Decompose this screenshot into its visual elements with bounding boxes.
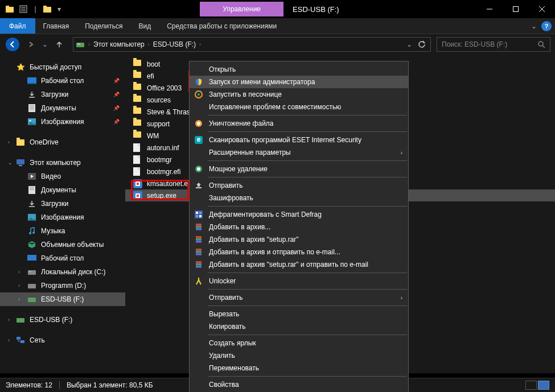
- svg-text:e: e: [197, 136, 201, 143]
- nav-pictures[interactable]: Изображения📌: [0, 115, 125, 129]
- expand-icon[interactable]: ›: [18, 269, 20, 275]
- nav-pictures-pc[interactable]: Изображения: [0, 211, 125, 224]
- app-icon[interactable]: [5, 4, 15, 14]
- nav-drive-d[interactable]: ›Programm (D:): [0, 279, 125, 292]
- expand-icon[interactable]: ›: [8, 317, 10, 323]
- expand-icon[interactable]: ›: [18, 296, 20, 302]
- svg-point-34: [32, 232, 35, 234]
- menu-item[interactable]: Открыть: [190, 63, 408, 76]
- folder-icon: [133, 72, 142, 81]
- menu-item[interactable]: Добавить в архив и отправить по e-mail..…: [190, 246, 408, 258]
- ribbon-tab-view[interactable]: Вид: [130, 18, 159, 34]
- nav-onedrive[interactable]: ›OneDrive: [0, 135, 125, 149]
- file-tab[interactable]: Файл: [0, 18, 35, 34]
- nav-this-pc[interactable]: ⌄Этот компьютер: [0, 156, 125, 170]
- crumb-separator-icon[interactable]: ›: [198, 42, 202, 47]
- documents-icon: [27, 104, 36, 113]
- menu-item[interactable]: Отправить: [190, 179, 408, 192]
- svg-rect-37: [29, 271, 31, 272]
- maximize-button[interactable]: [503, 0, 529, 18]
- svg-rect-1: [6, 6, 9, 7]
- recent-dropdown-icon[interactable]: ⌄: [41, 36, 49, 52]
- nav-esd-usb-root[interactable]: ›ESD-USB (F:): [0, 313, 125, 327]
- desktop-icon: [27, 76, 36, 85]
- nav-music[interactable]: Музыка: [0, 224, 125, 238]
- breadcrumb-drive[interactable]: ESD-USB (F:): [151, 40, 198, 48]
- ribbon-expand-icon[interactable]: ⌄: [531, 22, 537, 30]
- menu-item[interactable]: Дефрагментировать с Smart Defrag: [190, 208, 408, 221]
- close-button[interactable]: [529, 0, 555, 18]
- menu-item[interactable]: Вырезать: [190, 308, 408, 320]
- menu-item[interactable]: Исправление проблем с совместимостью: [190, 101, 408, 113]
- menu-item[interactable]: Свойства: [190, 378, 408, 391]
- svg-rect-81: [196, 266, 202, 267]
- menu-item-label: Отправить: [209, 294, 243, 302]
- nav-label: Видео: [41, 172, 61, 180]
- menu-item[interactable]: Удалить: [190, 349, 408, 362]
- menu-item[interactable]: Создать ярлык: [190, 337, 408, 349]
- nav-desktop-pc[interactable]: Рабочий стол: [0, 251, 125, 265]
- nav-documents-pc[interactable]: Документы: [0, 183, 125, 197]
- properties-icon[interactable]: [18, 4, 28, 14]
- help-icon[interactable]: ?: [541, 21, 552, 31]
- refresh-icon[interactable]: [416, 36, 428, 52]
- nav-label: Документы: [41, 186, 76, 194]
- menu-item[interactable]: Добавить в архив "setup.rar": [190, 233, 408, 246]
- nav-downloads-pc[interactable]: Загрузки: [0, 197, 125, 211]
- menu-item[interactable]: Расширенные параметры›: [190, 146, 408, 159]
- crumb-separator-icon[interactable]: ›: [87, 42, 91, 47]
- menu-item[interactable]: eСканировать программой ESET Internet Se…: [190, 134, 408, 146]
- menu-item[interactable]: Добавить в архив...: [190, 221, 408, 233]
- title-bar: | ▾ Управление ESD-USB (F:): [0, 0, 555, 18]
- menu-separator: [208, 160, 407, 161]
- up-button[interactable]: [51, 36, 67, 52]
- menu-item-label: Дефрагментировать с Smart Defrag: [209, 211, 322, 218]
- breadcrumb-this-pc[interactable]: Этот компьютер: [91, 40, 147, 48]
- new-folder-icon[interactable]: [42, 4, 52, 14]
- file-name: Steve & Thrash: [147, 108, 194, 116]
- icons-view-button[interactable]: [538, 381, 549, 390]
- expand-icon[interactable]: ›: [18, 283, 20, 288]
- nav-documents[interactable]: Документы📌: [0, 101, 125, 115]
- nav-label: Локальный диск (C:): [41, 268, 106, 276]
- nav-3d-objects[interactable]: Объемные объекты: [0, 238, 125, 251]
- nav-drive-c[interactable]: ›Локальный диск (C:): [0, 265, 125, 279]
- nav-network[interactable]: ›Сеть: [0, 333, 125, 347]
- menu-item[interactable]: Переименовать: [190, 362, 408, 374]
- ribbon-tab-app-tools[interactable]: Средства работы с приложениями: [159, 18, 285, 34]
- ribbon-tab-home[interactable]: Главная: [35, 18, 77, 34]
- address-dropdown-icon[interactable]: ⌄: [404, 36, 414, 52]
- nav-quick-access[interactable]: ⭐ Быстрый доступ: [0, 60, 125, 74]
- menu-item[interactable]: Запуск от имени администратора: [190, 76, 408, 88]
- menu-item[interactable]: Unlocker: [190, 275, 408, 287]
- address-bar[interactable]: › Этот компьютер › ESD-USB (F:) › ⌄: [73, 37, 431, 52]
- menu-item[interactable]: Уничтожение файла: [190, 117, 408, 130]
- forward-button[interactable]: [23, 36, 39, 52]
- search-input[interactable]: Поиск: ESD-USB (F:): [437, 37, 550, 52]
- menu-item[interactable]: Мощное удаление: [190, 163, 408, 175]
- nav-downloads[interactable]: Загрузки📌: [0, 88, 125, 101]
- expand-icon[interactable]: ›: [8, 337, 10, 343]
- nav-desktop[interactable]: Рабочий стол📌: [0, 74, 125, 88]
- collapse-icon[interactable]: ⌄: [8, 160, 13, 166]
- menu-item-label: Расширенные параметры: [209, 148, 291, 156]
- svg-rect-9: [513, 7, 519, 12]
- contextual-tab[interactable]: Управление: [200, 2, 283, 16]
- svg-rect-73: [196, 241, 202, 242]
- nav-drive-f[interactable]: ›ESD-USB (F:): [0, 292, 125, 306]
- back-button[interactable]: [5, 36, 20, 52]
- expand-icon[interactable]: ›: [8, 139, 10, 145]
- menu-item[interactable]: Зашифровать: [190, 192, 408, 204]
- menu-item[interactable]: Отправить›: [190, 291, 408, 304]
- menu-item[interactable]: Добавить в архив "setup.rar" и отправить…: [190, 258, 408, 271]
- nav-videos[interactable]: Видео: [0, 170, 125, 183]
- menu-item[interactable]: Запустить в песочнице: [190, 88, 408, 101]
- qat-dropdown-icon[interactable]: ▾: [56, 5, 63, 13]
- svg-rect-26: [19, 165, 22, 166]
- minimize-button[interactable]: [476, 0, 503, 18]
- crumb-separator-icon[interactable]: ›: [147, 42, 151, 47]
- drive-icon: [76, 40, 85, 49]
- menu-item[interactable]: Копировать: [190, 320, 408, 333]
- ribbon-tab-share[interactable]: Поделиться: [77, 18, 130, 34]
- details-view-button[interactable]: [525, 381, 537, 390]
